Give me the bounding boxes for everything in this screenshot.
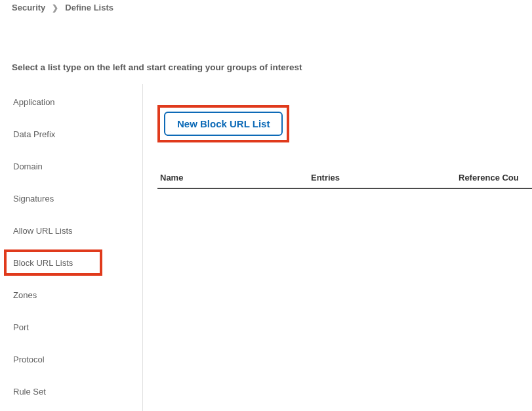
sidebar-item-data-prefix[interactable]: Data Prefix	[0, 123, 142, 146]
sidebar: Application Data Prefix Domain Signature…	[0, 84, 143, 411]
table-header-name[interactable]: Name	[160, 173, 311, 183]
sidebar-item-zones[interactable]: Zones	[0, 284, 142, 307]
chevron-right-icon: ❯	[52, 3, 58, 12]
sidebar-item-port[interactable]: Port	[0, 316, 142, 339]
highlight-box-button: New Block URL List	[157, 105, 289, 142]
sidebar-item-protocol[interactable]: Protocol	[0, 348, 142, 371]
main-panel: New Block URL List Name Entries Referenc…	[143, 84, 532, 410]
instruction-text: Select a list type on the left and start…	[0, 62, 532, 72]
sidebar-item-block-url-lists[interactable]: Block URL Lists	[0, 251, 142, 274]
sidebar-item-signatures[interactable]: Signatures	[0, 187, 142, 210]
table-header-row: Name Entries Reference Cou	[157, 173, 532, 189]
sidebar-item-application[interactable]: Application	[0, 91, 142, 114]
breadcrumb: Security ❯ Define Lists	[0, 0, 532, 12]
breadcrumb-define-lists[interactable]: Define Lists	[65, 3, 113, 12]
sidebar-item-allow-url-lists[interactable]: Allow URL Lists	[0, 219, 142, 242]
breadcrumb-security[interactable]: Security	[12, 3, 45, 12]
table-header-entries[interactable]: Entries	[311, 173, 459, 183]
sidebar-item-domain[interactable]: Domain	[0, 155, 142, 178]
table-header-reference-count[interactable]: Reference Cou	[459, 173, 529, 183]
new-block-url-list-button[interactable]: New Block URL List	[164, 112, 283, 136]
content-area: Application Data Prefix Domain Signature…	[0, 84, 532, 410]
sidebar-item-rule-set[interactable]: Rule Set	[0, 380, 142, 403]
